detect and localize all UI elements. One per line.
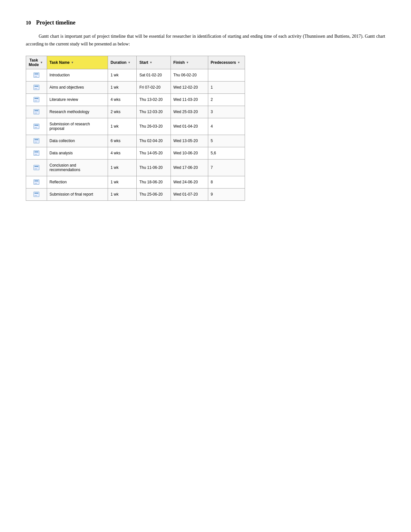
duration-cell: 1 wk (108, 159, 137, 176)
task-mode-cell (26, 81, 47, 93)
duration-cell: 1 wk (108, 176, 137, 188)
start-cell: Thu 26-03-20 (137, 118, 171, 135)
task-mode-icon (34, 165, 39, 170)
task-mode-icon (34, 138, 39, 143)
sort-arrow-finish[interactable]: ▼ (186, 61, 189, 64)
task-mode-cell (26, 147, 47, 159)
predecessors-cell: 5,6 (208, 147, 245, 159)
table-row: Introduction1 wkSat 01-02-20Thu 06-02-20 (26, 69, 245, 81)
duration-cell: 1 wk (108, 69, 137, 81)
sort-arrow-predecessors[interactable]: ▼ (237, 61, 240, 64)
task-mode-icon (34, 73, 39, 78)
col-header-start[interactable]: Start ▼ (137, 56, 171, 69)
task-mode-cell (26, 159, 47, 176)
finish-cell: Wed 13-05-20 (171, 135, 208, 147)
gantt-table-body: Introduction1 wkSat 01-02-20Thu 06-02-20… (26, 69, 245, 200)
task-mode-icon (34, 85, 39, 90)
sort-arrow-start[interactable]: ▼ (150, 61, 152, 64)
table-row: Submission of researchproposal1 wkThu 26… (26, 118, 245, 135)
predecessors-cell: 3 (208, 106, 245, 118)
duration-cell: 1 wk (108, 118, 137, 135)
col-header-task-mode[interactable]: TaskMode ▼ (26, 56, 47, 69)
task-name-cell: Introduction (47, 69, 108, 81)
sort-arrow-duration[interactable]: ▼ (128, 61, 131, 64)
predecessors-cell: 2 (208, 93, 245, 106)
start-cell: Thu 13-02-20 (137, 93, 171, 106)
task-name-cell: Data analysis (47, 147, 108, 159)
finish-cell: Wed 24-06-20 (171, 176, 208, 188)
task-name-cell: Conclusion andrecommendations (47, 159, 108, 176)
predecessors-cell: 9 (208, 188, 245, 200)
predecessors-cell: 5 (208, 135, 245, 147)
table-row: Data collection6 wksThu 02-04-20Wed 13-0… (26, 135, 245, 147)
start-cell: Thu 11-06-20 (137, 159, 171, 176)
finish-cell: Wed 01-07-20 (171, 188, 208, 200)
finish-cell: Wed 17-06-20 (171, 159, 208, 176)
predecessors-cell: 4 (208, 118, 245, 135)
task-name-cell: Reflection (47, 176, 108, 188)
start-cell: Thu 12-03-20 (137, 106, 171, 118)
duration-cell: 6 wks (108, 135, 137, 147)
task-mode-cell (26, 93, 47, 106)
duration-cell: 1 wk (108, 81, 137, 93)
finish-cell: Wed 10-06-20 (171, 147, 208, 159)
table-row: Submission of final report1 wkThu 25-06-… (26, 188, 245, 200)
table-row: Conclusion andrecommendations1 wkThu 11-… (26, 159, 245, 176)
finish-cell: Wed 11-03-20 (171, 93, 208, 106)
sort-arrow-task-name[interactable]: ▼ (71, 61, 74, 64)
col-header-finish[interactable]: Finish ▼ (171, 56, 208, 69)
col-header-duration[interactable]: Duration ▼ (108, 56, 137, 69)
section-number: 10 (26, 20, 31, 26)
table-row: Research methodology2 wksThu 12-03-20Wed… (26, 106, 245, 118)
table-row: Aims and objectives1 wkFri 07-02-20Wed 1… (26, 81, 245, 93)
gantt-table-container: TaskMode ▼ Task Name ▼ Duration ▼ (26, 56, 385, 201)
duration-cell: 4 wks (108, 93, 137, 106)
task-mode-icon (34, 192, 39, 197)
task-name-cell: Submission of researchproposal (47, 118, 108, 135)
task-name-cell: Research methodology (47, 106, 108, 118)
section-paragraph: Gantt chart is important part of project… (26, 33, 385, 48)
start-cell: Thu 14-05-20 (137, 147, 171, 159)
duration-cell: 1 wk (108, 188, 137, 200)
sort-arrow-task-mode[interactable]: ▼ (40, 61, 43, 64)
start-cell: Thu 25-06-20 (137, 188, 171, 200)
finish-cell: Thu 06-02-20 (171, 69, 208, 81)
start-cell: Fri 07-02-20 (137, 81, 171, 93)
task-mode-icon (34, 109, 39, 114)
task-mode-cell (26, 135, 47, 147)
task-mode-icon (34, 179, 39, 185)
predecessors-cell: 1 (208, 81, 245, 93)
task-mode-cell (26, 69, 47, 81)
finish-cell: Wed 25-03-20 (171, 106, 208, 118)
section-10: 10 Project timeline Gantt chart is impor… (26, 19, 385, 201)
predecessors-cell: 7 (208, 159, 245, 176)
start-cell: Thu 18-06-20 (137, 176, 171, 188)
predecessors-cell (208, 69, 245, 81)
table-row: Reflection1 wkThu 18-06-20Wed 24-06-208 (26, 176, 245, 188)
duration-cell: 2 wks (108, 106, 137, 118)
start-cell: Thu 02-04-20 (137, 135, 171, 147)
finish-cell: Wed 12-02-20 (171, 81, 208, 93)
start-cell: Sat 01-02-20 (137, 69, 171, 81)
section-body: Gantt chart is important part of project… (26, 33, 385, 48)
task-mode-icon (34, 150, 39, 156)
task-mode-cell (26, 106, 47, 118)
col-header-task-name[interactable]: Task Name ▼ (47, 56, 108, 69)
table-row: Literature review4 wksThu 13-02-20Wed 11… (26, 93, 245, 106)
task-name-cell: Literature review (47, 93, 108, 106)
table-row: Data analysis4 wksThu 14-05-20Wed 10-06-… (26, 147, 245, 159)
task-mode-cell (26, 118, 47, 135)
task-mode-icon (34, 124, 39, 129)
task-mode-cell (26, 188, 47, 200)
col-header-predecessors[interactable]: Predecessors ▼ (208, 56, 245, 69)
task-name-cell: Submission of final report (47, 188, 108, 200)
predecessors-cell: 8 (208, 176, 245, 188)
section-title: Project timeline (36, 19, 75, 26)
task-mode-icon (34, 97, 39, 102)
duration-cell: 4 wks (108, 147, 137, 159)
finish-cell: Wed 01-04-20 (171, 118, 208, 135)
table-header-row: TaskMode ▼ Task Name ▼ Duration ▼ (26, 56, 245, 69)
gantt-table: TaskMode ▼ Task Name ▼ Duration ▼ (26, 56, 245, 201)
section-heading: 10 Project timeline (26, 19, 385, 26)
task-mode-cell (26, 176, 47, 188)
